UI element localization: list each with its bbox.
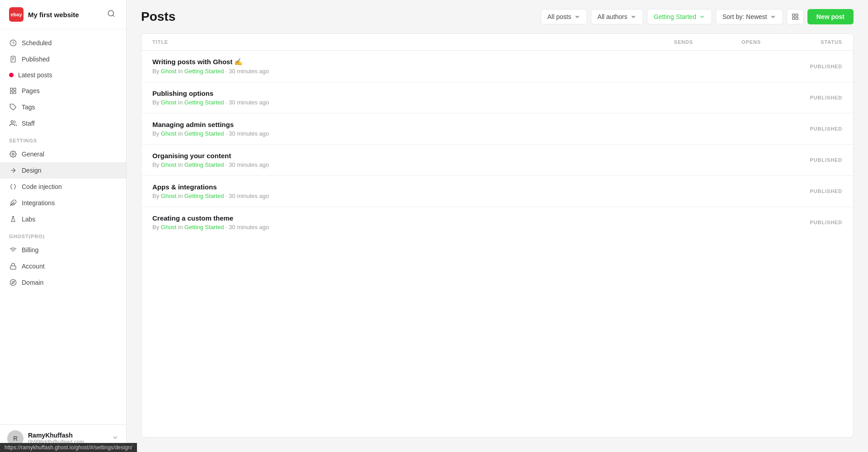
post-tag[interactable]: Getting Started	[184, 161, 224, 168]
people-icon	[9, 119, 17, 127]
post-tag[interactable]: Getting Started	[184, 193, 224, 199]
sidebar-item-staff[interactable]: Staff	[0, 115, 126, 132]
sidebar-item-tags[interactable]: Tags	[0, 99, 126, 115]
tag-icon	[9, 103, 17, 111]
main-header: Posts All posts All authors Getting Star…	[127, 0, 868, 33]
brand: ebay My first website	[9, 7, 79, 22]
table-row[interactable]: Managing admin settings By Ghost in Gett…	[142, 113, 853, 145]
post-info: Apps & integrations By Ghost in Getting …	[152, 183, 625, 199]
table-row[interactable]: Apps & integrations By Ghost in Getting …	[142, 176, 853, 207]
svg-rect-9	[10, 91, 13, 94]
svg-rect-18	[10, 266, 16, 269]
sidebar-item-label: Domain	[22, 279, 43, 286]
brand-logo: ebay	[9, 7, 24, 22]
code-icon	[9, 183, 17, 191]
post-author[interactable]: Ghost	[161, 130, 177, 137]
post-tag[interactable]: Getting Started	[184, 99, 224, 106]
post-meta: By Ghost in Getting Started · 30 minutes…	[152, 99, 625, 106]
post-meta: By Ghost in Getting Started · 30 minutes…	[152, 68, 625, 75]
document-icon	[9, 55, 17, 63]
sidebar-item-label: Code injection	[22, 183, 62, 190]
sidebar-nav: Scheduled Published Latest posts Pages	[0, 29, 126, 424]
all-authors-filter[interactable]: All authors	[591, 9, 643, 24]
sidebar-item-design[interactable]: Design	[0, 162, 126, 179]
view-toggle-button[interactable]	[787, 9, 804, 24]
new-post-button[interactable]: New post	[807, 9, 854, 24]
svg-rect-24	[796, 17, 798, 19]
post-author[interactable]: Ghost	[161, 68, 177, 75]
post-title: Writing posts with Ghost ✍️	[152, 58, 625, 66]
sidebar-item-published[interactable]: Published	[0, 51, 126, 67]
status-badge: PUBLISHED	[761, 126, 842, 132]
post-title: Apps & integrations	[152, 183, 625, 191]
post-tag[interactable]: Getting Started	[184, 68, 224, 75]
red-dot-icon	[9, 73, 14, 77]
sidebar-item-label: General	[22, 151, 44, 158]
table-row[interactable]: Organising your content By Ghost in Gett…	[142, 145, 853, 176]
col-opens: OPENS	[693, 39, 761, 45]
posts-list: Writing posts with Ghost ✍️ By Ghost in …	[142, 51, 853, 238]
sidebar-item-label: Labs	[22, 216, 35, 223]
post-info: Writing posts with Ghost ✍️ By Ghost in …	[152, 58, 625, 75]
sidebar-item-label: Tags	[22, 104, 35, 111]
post-author[interactable]: Ghost	[161, 99, 177, 106]
sidebar-item-latest-posts[interactable]: Latest posts	[0, 67, 126, 83]
site-name: My first website	[28, 11, 79, 19]
post-author[interactable]: Ghost	[161, 224, 177, 231]
sidebar-item-scheduled[interactable]: Scheduled	[0, 35, 126, 51]
table-row[interactable]: Creating a custom theme By Ghost in Gett…	[142, 207, 853, 238]
sidebar-item-billing[interactable]: Billing	[0, 242, 126, 258]
post-tag[interactable]: Getting Started	[184, 130, 224, 137]
status-bar: https://ramykhuffash.ghost.io/ghost/#/se…	[0, 443, 137, 452]
sidebar-item-integrations[interactable]: Integrations	[0, 195, 126, 211]
col-status: STATUS	[761, 39, 842, 45]
sidebar-item-general[interactable]: General	[0, 146, 126, 162]
post-tag[interactable]: Getting Started	[184, 224, 224, 231]
all-posts-filter[interactable]: All posts	[541, 9, 587, 24]
chevron-down-icon	[112, 434, 119, 443]
sidebar-item-code-injection[interactable]: Code injection	[0, 179, 126, 195]
svg-point-19	[10, 279, 16, 285]
post-author[interactable]: Ghost	[161, 193, 177, 199]
pen-icon	[9, 166, 17, 174]
sidebar-item-label: Integrations	[22, 199, 55, 207]
wifi-icon	[9, 246, 17, 254]
col-sends: SENDS	[625, 39, 693, 45]
page-title: Posts	[141, 9, 175, 24]
svg-rect-10	[14, 91, 16, 94]
post-info: Managing admin settings By Ghost in Gett…	[152, 121, 625, 137]
svg-point-13	[12, 153, 14, 155]
svg-rect-7	[10, 88, 13, 90]
post-author[interactable]: Ghost	[161, 161, 177, 168]
sidebar-item-labs[interactable]: Labs	[0, 211, 126, 227]
col-title: TITLE	[152, 39, 625, 45]
getting-started-filter[interactable]: Getting Started	[647, 9, 712, 24]
sidebar-item-pages[interactable]: Pages	[0, 83, 126, 99]
ghost-pro-section-label: GHOST(PRO)	[0, 227, 126, 242]
search-button[interactable]	[105, 8, 117, 21]
user-name: RamyKhuffash	[28, 432, 84, 439]
table-row[interactable]: Writing posts with Ghost ✍️ By Ghost in …	[142, 51, 853, 82]
status-badge: PUBLISHED	[761, 157, 842, 163]
post-title: Publishing options	[152, 89, 625, 97]
post-meta: By Ghost in Getting Started · 30 minutes…	[152, 193, 625, 199]
sidebar: ebay My first website Scheduled	[0, 0, 127, 452]
header-controls: All posts All authors Getting Started So…	[541, 9, 854, 24]
svg-marker-20	[12, 281, 14, 284]
sort-filter[interactable]: Sort by: Newest	[716, 9, 783, 24]
sidebar-item-label: Design	[22, 167, 42, 174]
sidebar-item-label: Billing	[22, 246, 38, 254]
post-title: Organising your content	[152, 152, 625, 160]
post-info: Organising your content By Ghost in Gett…	[152, 152, 625, 168]
status-badge: PUBLISHED	[761, 188, 842, 194]
sidebar-item-label: Staff	[22, 120, 35, 127]
sidebar-item-domain[interactable]: Domain	[0, 274, 126, 291]
svg-line-1	[113, 15, 114, 16]
table-row[interactable]: Publishing options By Ghost in Getting S…	[142, 82, 853, 113]
puzzle-icon	[9, 199, 17, 207]
sidebar-item-account[interactable]: Account	[0, 258, 126, 274]
post-meta: By Ghost in Getting Started · 30 minutes…	[152, 161, 625, 168]
svg-point-12	[11, 121, 13, 123]
svg-rect-8	[14, 88, 16, 90]
table-header: TITLE SENDS OPENS STATUS	[142, 34, 853, 51]
